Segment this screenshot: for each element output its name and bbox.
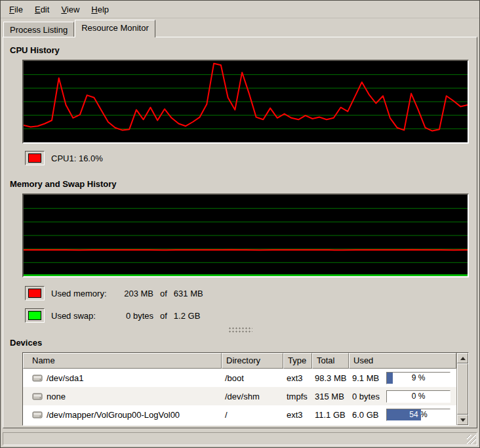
cpu1-color-swatch <box>28 153 41 163</box>
used-memory-value: 203 MB <box>117 289 153 298</box>
device-row[interactable]: /dev/mapper/VolGroup00-LogVol00 / ext3 1… <box>23 405 456 424</box>
used-swap-of: of <box>160 311 167 321</box>
memory-swap-plot <box>24 195 468 276</box>
column-header-directory[interactable]: Directory <box>222 353 283 369</box>
scroll-up-button[interactable] <box>457 353 468 363</box>
device-name: /dev/mapper/VolGroup00-LogVol00 <box>47 410 180 420</box>
device-type: ext3 <box>287 410 303 420</box>
vertical-scrollbar[interactable] <box>456 353 468 425</box>
used-percentage-fill: 54 % <box>387 409 421 420</box>
used-percentage-bar: 0 % 0 % <box>386 390 450 403</box>
used-percentage-label: 0 % <box>387 391 450 402</box>
cpu-history-title: CPU History <box>10 45 477 56</box>
menu-file[interactable]: File <box>3 2 29 17</box>
scroll-down-icon <box>460 418 466 422</box>
device-name: /dev/sda1 <box>47 373 83 383</box>
used-memory-label: Used memory: <box>51 289 117 298</box>
used-percentage-bar: 54 % 54 % <box>386 409 450 421</box>
drive-icon <box>32 392 43 401</box>
column-header-type[interactable]: Type <box>283 353 312 369</box>
device-type: ext3 <box>287 373 303 383</box>
used-memory-color-swatch-frame <box>25 286 45 300</box>
drive-icon <box>32 410 43 419</box>
devices-table-header: Name Directory Type Total Used <box>23 353 456 369</box>
memory-swap-history-graph <box>22 193 469 277</box>
cpu1-legend-label: CPU1: 16.0% <box>51 153 103 163</box>
device-directory: /boot <box>225 373 244 383</box>
scroll-up-icon <box>460 357 466 360</box>
column-header-name[interactable]: Name <box>23 353 222 369</box>
used-swap-total: 1.2 GB <box>174 311 200 321</box>
device-directory: /dev/shm <box>225 392 260 401</box>
memory-swap-history-title: Memory and Swap History <box>10 179 477 190</box>
used-swap-value: 0 bytes <box>117 311 153 321</box>
devices-table: Name Directory Type Total Used /dev/sda1… <box>22 352 469 426</box>
system-monitor-window: File Edit View Help Process Listing Reso… <box>0 0 480 448</box>
used-memory-of: of <box>160 289 167 298</box>
used-percentage-label: 9 % <box>387 373 450 384</box>
used-swap-color-swatch-frame <box>25 308 45 323</box>
scrollbar-thumb[interactable] <box>457 363 468 415</box>
device-used: 6.0 GB <box>352 410 378 420</box>
device-used: 9.1 MB <box>352 373 379 383</box>
column-header-total[interactable]: Total <box>312 353 349 369</box>
cpu-history-graph <box>22 60 469 144</box>
device-used: 0 bytes <box>352 392 380 401</box>
used-memory-color-swatch <box>28 289 41 298</box>
device-row[interactable]: none /dev/shm tmpfs 315 MB 0 bytes 0 % 0… <box>23 387 456 405</box>
device-type: tmpfs <box>287 392 308 401</box>
devices-body: /dev/sda1 /boot ext3 98.3 MB 9.1 MB 9 % … <box>23 369 456 424</box>
menu-help[interactable]: Help <box>85 2 115 17</box>
used-memory-total: 631 MB <box>174 289 203 298</box>
device-name: none <box>47 392 66 401</box>
used-swap-label: Used swap: <box>51 311 117 321</box>
menu-view[interactable]: View <box>55 2 85 17</box>
tab-bar: Process Listing Resource Monitor <box>1 18 479 37</box>
scroll-down-button[interactable] <box>457 415 468 425</box>
column-header-used[interactable]: Used <box>349 353 456 369</box>
device-total: 98.3 MB <box>315 373 346 383</box>
menu-bar: File Edit View Help <box>1 1 479 18</box>
cpu-history-plot <box>24 61 468 142</box>
drive-icon <box>32 373 43 382</box>
used-swap-color-swatch <box>28 311 41 320</box>
status-bar <box>3 432 477 445</box>
device-directory: / <box>225 410 228 420</box>
cpu-legend-row: CPU1: 16.0% <box>25 150 469 166</box>
tab-process-listing[interactable]: Process Listing <box>3 22 74 37</box>
used-swap-legend-row: Used swap: 0 bytes of 1.2 GB <box>25 308 469 323</box>
device-row[interactable]: /dev/sda1 /boot ext3 98.3 MB 9.1 MB 9 % … <box>23 369 456 387</box>
cpu1-color-swatch-frame <box>25 151 45 165</box>
tab-resource-monitor[interactable]: Resource Monitor <box>75 20 155 37</box>
device-total: 315 MB <box>315 392 344 401</box>
window-resize-grip[interactable] <box>467 435 476 444</box>
used-percentage-bar: 9 % 9 % <box>386 372 450 384</box>
devices-title: Devices <box>10 338 477 348</box>
used-memory-legend-row: Used memory: 203 MB of 631 MB <box>25 285 469 301</box>
menu-edit[interactable]: Edit <box>29 2 55 17</box>
pane-resize-grip[interactable] <box>228 326 252 333</box>
resource-monitor-panel: CPU History CPU1: 16.0% Memory and Swap … <box>3 37 477 428</box>
used-percentage-fill: 9 % <box>387 373 393 384</box>
device-total: 11.1 GB <box>315 410 346 420</box>
